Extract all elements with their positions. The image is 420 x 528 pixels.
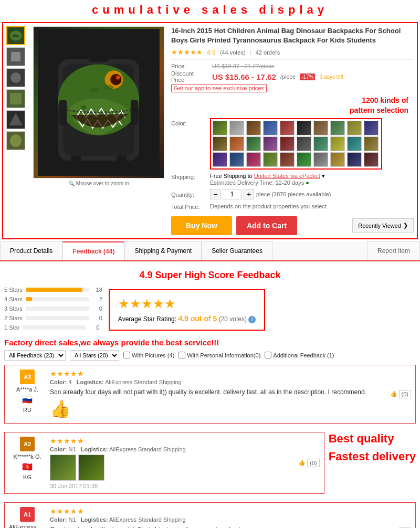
info-icon[interactable]: i (248, 316, 256, 323)
pattern-selection-area: 1200 kinds ofpattern selection (171, 96, 414, 114)
star-2-count: 0 (92, 315, 102, 321)
svg-rect-24 (131, 100, 138, 125)
color-swatch-26[interactable] (297, 152, 311, 167)
qty-decrease-button[interactable]: − (210, 189, 220, 199)
tab-shipping[interactable]: Shipping & Payment (124, 241, 202, 260)
color-swatch-11[interactable] (213, 136, 227, 151)
star-row-5: 5 Stars 18 (4, 287, 102, 293)
qty-increase-button[interactable]: + (244, 189, 254, 199)
thumbnail-6[interactable] (6, 131, 25, 150)
color-swatch-3[interactable] (246, 121, 261, 135)
color-swatch-6[interactable] (297, 121, 311, 135)
thumbnail-1[interactable] (6, 26, 25, 45)
color-swatch-10[interactable] (364, 121, 379, 135)
app-price-text[interactable]: Get our app to see exclusive prices (171, 84, 267, 92)
color-swatch-9[interactable] (347, 121, 362, 135)
promo-text-area: Best quality Fastest delivery (329, 428, 416, 468)
color-swatch-14[interactable] (263, 136, 278, 151)
thumbnail-5[interactable] (6, 110, 25, 129)
svg-rect-3 (11, 52, 20, 61)
color-swatch-17[interactable] (313, 136, 328, 151)
color-swatch-25[interactable] (280, 152, 295, 167)
review-helpful-3: 👍 (0) (390, 507, 411, 528)
all-feedback-dropdown[interactable]: All Feedback (23) (4, 350, 66, 361)
color-grid (210, 118, 382, 170)
quantity-section: Quantity: − + piece (2876 pieces availab… (171, 189, 414, 199)
recently-viewed-button[interactable]: Recently Viewed ❯ (352, 218, 414, 233)
additional-checkbox[interactable] (265, 352, 271, 358)
discount-price-row: Discount Price: US $15.66 - 17.62 /piece… (171, 70, 414, 83)
review-img-2[interactable] (78, 455, 104, 481)
review-text-3: Great backpack with nice print. Fast shi… (50, 525, 386, 528)
color-swatch-22[interactable] (229, 152, 244, 167)
tab-report[interactable]: Report item (368, 241, 420, 260)
avg-rating-row: Average Star Rating: 4.9 out of 5 (20 vo… (118, 314, 256, 323)
original-price-row: Price: US $18.87 - 21.27/piece (171, 63, 414, 69)
feedback-filters: All Feedback (23) All Stars (20) With Pi… (4, 350, 416, 361)
additional-filter[interactable]: Additional Feedback (1) (265, 352, 334, 358)
with-personal-label: With Personal Information(0) (187, 352, 260, 358)
color-swatch-29[interactable] (347, 152, 362, 167)
color-swatch-20[interactable] (364, 136, 379, 151)
color-swatch-28[interactable] (330, 152, 345, 167)
total-value: Depends on the product properties you se… (210, 203, 327, 209)
star-5-count: 18 (92, 287, 102, 293)
rating-row: ★★★★★ 4.9 (44 votes) | 42 orders (171, 48, 414, 56)
all-stars-dropdown[interactable]: All Stars (20) (70, 350, 119, 361)
review-card-2: A2 K******k O. 🇰🇬 KG ★★★★★ Color: N1 Log… (4, 432, 324, 494)
color-swatch-16[interactable] (297, 136, 311, 151)
color-swatch-18[interactable] (330, 136, 345, 151)
review-img-1[interactable] (50, 455, 76, 481)
reviewer-info-1: A3 A****a J. 🇷🇺 RU (9, 369, 46, 419)
color-swatch-30[interactable] (364, 152, 379, 167)
add-to-cart-button[interactable]: Add to Cart (236, 216, 297, 235)
thumbnail-4[interactable] (6, 89, 25, 108)
color-swatch-19[interactable] (347, 136, 362, 151)
tab-seller[interactable]: Seller Guarantees (202, 241, 272, 260)
svg-rect-15 (71, 155, 81, 171)
color-swatch-21[interactable] (213, 152, 227, 167)
with-pictures-label: With Pictures (4) (132, 352, 174, 358)
discount-badge: -17% (300, 73, 315, 80)
with-pictures-checkbox[interactable] (123, 352, 130, 358)
buy-now-button[interactable]: Buy Now (171, 216, 232, 235)
logistics-label-3: Logistics: (81, 516, 108, 523)
feedback-section: 4.9 Super High Score Feedback 5 Stars 18… (0, 261, 420, 528)
color-swatch-24[interactable] (263, 152, 278, 167)
bar-fill-4 (26, 297, 32, 301)
rating-stars: ★★★★★ (171, 48, 203, 56)
color-swatch-12[interactable] (229, 136, 244, 151)
bar-bg-5 (26, 288, 89, 292)
color-swatch-15[interactable] (280, 136, 295, 151)
app-price-row: Get our app to see exclusive prices (171, 84, 414, 92)
color-swatch-1[interactable] (213, 121, 227, 135)
tab-product-details[interactable]: Product Details (0, 241, 62, 260)
shipping-link[interactable]: United States via ePacket (254, 173, 320, 179)
with-pictures-filter[interactable]: With Pictures (4) (123, 352, 174, 358)
action-buttons: Buy Now Add to Cart Recently Viewed ❯ (171, 216, 414, 235)
with-personal-checkbox[interactable] (178, 352, 185, 358)
thumbs-up-icon-2: 👍 (298, 459, 306, 466)
color-swatch-2[interactable] (229, 121, 244, 135)
review-content-1: ★★★★★ Color: 4 Logistics: AliExpress Sta… (50, 369, 386, 419)
thumbnail-3[interactable] (6, 68, 25, 87)
color-swatch-27[interactable] (313, 152, 328, 167)
qty-input[interactable] (223, 189, 242, 199)
color-swatch-4[interactable] (263, 121, 278, 135)
thumbnail-2[interactable] (6, 47, 25, 66)
color-swatch-13[interactable] (246, 136, 261, 151)
star-row-2: 2 Stars 0 (4, 315, 102, 321)
color-swatch-8[interactable] (330, 121, 345, 135)
color-swatch-7[interactable] (313, 121, 328, 135)
color-label: Color: (171, 118, 208, 126)
tab-feedback[interactable]: Feedback (44) (62, 241, 124, 260)
color-swatch-5[interactable] (280, 121, 295, 135)
zoom-icon: 🔍 (68, 181, 75, 186)
average-rating-box: ★★★★★ Average Star Rating: 4.9 out of 5 … (109, 289, 265, 331)
available-text: piece (2876 pieces available) (256, 191, 331, 197)
review-stars-1: ★★★★★ (50, 369, 386, 378)
color-swatch-23[interactable] (246, 152, 261, 167)
with-personal-filter[interactable]: With Personal Information(0) (178, 352, 260, 358)
total-section: Total Price: Depends on the product prop… (171, 203, 414, 210)
svg-rect-23 (59, 100, 67, 125)
